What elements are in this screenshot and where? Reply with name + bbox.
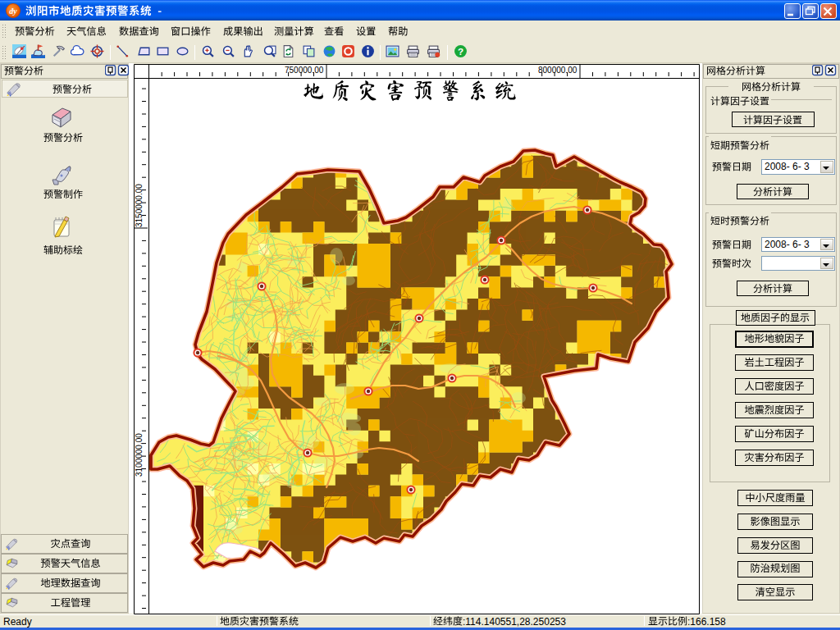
svg-text:?: ?: [458, 46, 463, 57]
svg-text:dy: dy: [9, 7, 17, 16]
